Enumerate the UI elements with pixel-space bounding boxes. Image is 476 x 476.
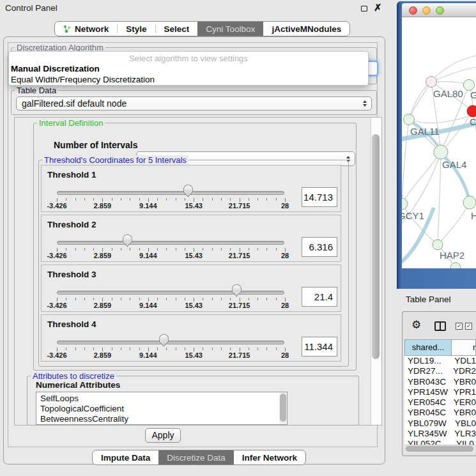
table-row[interactable]: YDL19...YDL1: [404, 356, 476, 366]
mac-minimize-icon[interactable]: [422, 6, 431, 15]
network-node-hap2[interactable]: [433, 240, 443, 250]
threshold-value-input[interactable]: 14.713: [302, 187, 337, 207]
network-node-ga[interactable]: [464, 80, 475, 91]
control-panel-tabs: NetworkStyleSelectCyni ToolboxjActiveMNo…: [54, 21, 350, 36]
table-row[interactable]: YBL079WYBL0: [404, 418, 476, 429]
tab-impute-data[interactable]: Impute Data: [93, 450, 158, 464]
table-row[interactable]: YDR27...YDR2: [404, 366, 476, 376]
threshold-label: Threshold 4: [47, 319, 96, 329]
node-label: H: [471, 210, 476, 221]
column-header-na[interactable]: na: [452, 339, 476, 356]
threshold-label: Threshold 1: [47, 170, 96, 180]
checkbox-icon[interactable]: ✓: [465, 323, 472, 330]
slider-scale-label: 15.43: [185, 351, 203, 359]
number-of-intervals-label: Number of Intervals: [54, 140, 137, 150]
slider-track[interactable]: [57, 341, 284, 344]
slider-scale-label: -3.426: [47, 252, 66, 259]
slider-thumb[interactable]: [159, 334, 169, 346]
tab-network[interactable]: Network: [55, 22, 117, 36]
algorithm-option-equal-width[interactable]: Equal Width/Frequency Discretization: [9, 74, 368, 85]
slider-scale-label: 2.859: [94, 351, 112, 359]
slider-thumb[interactable]: [232, 284, 242, 296]
mac-zoom-icon[interactable]: [436, 6, 444, 15]
tab-label: Style: [126, 24, 146, 34]
slider-scale-label: 9.144: [139, 302, 157, 309]
thresholds-label: Threshold's Coordinates for 5 Intervals: [42, 155, 188, 165]
table-row[interactable]: YPR145WYPR1: [404, 387, 476, 397]
network-window-titlebar[interactable]: [402, 3, 476, 17]
numerical-attributes-heading: Numerical Attributes: [36, 380, 120, 390]
slider-scale-label: 15.43: [185, 252, 203, 259]
slider-scale-label: 9.144: [139, 252, 157, 259]
slider-tick-labels: -3.4262.8599.14415.4321.71528: [57, 302, 285, 310]
mac-close-icon[interactable]: [409, 6, 417, 15]
attribute-item-selfloops[interactable]: SelfLoops: [40, 394, 278, 404]
column-header-shared[interactable]: shared...: [404, 339, 452, 356]
slider-thumb[interactable]: [183, 185, 193, 196]
cyni-mode-tabs: Impute DataDiscretize DataInfer Network: [92, 450, 306, 465]
tab-discretize-data[interactable]: Discretize Data: [158, 450, 234, 464]
network-icon: [63, 25, 72, 33]
threshold-value-input[interactable]: 21.4: [302, 287, 337, 307]
cell-shared-name: YDR27...: [404, 366, 449, 376]
tab-style[interactable]: Style: [118, 22, 155, 36]
network-node-gal11[interactable]: [404, 114, 415, 125]
slider-scale-label: 2.859: [94, 202, 112, 210]
numerical-attributes-list[interactable]: SelfLoopsTopologicalCoefficientBetweenne…: [36, 392, 288, 425]
list-scrollbar-thumb[interactable]: [280, 394, 286, 422]
tab-cyni-toolbox[interactable]: Cyni Toolbox: [197, 22, 263, 36]
slider-thumb[interactable]: [123, 234, 132, 246]
column-layout-icon[interactable]: [434, 321, 446, 331]
network-node-c[interactable]: [467, 105, 476, 117]
cell-shared-name: YBR045C: [404, 408, 449, 418]
slider-track[interactable]: [57, 191, 284, 195]
slider-scale-label: 21.715: [229, 252, 250, 259]
network-node[interactable]: [450, 263, 461, 268]
vertical-scrollbar-thumb[interactable]: [372, 134, 380, 359]
slider-track[interactable]: [57, 291, 284, 295]
threshold-value-input[interactable]: 11.344: [302, 337, 337, 357]
attributes-label: Attributes to discretize: [31, 371, 116, 381]
table-row[interactable]: YBR043CYBR0: [404, 377, 476, 387]
network-node-gcy1[interactable]: [402, 198, 408, 210]
slider-track[interactable]: [57, 241, 284, 245]
cell-shared-name: YER054C: [404, 397, 449, 408]
cell-shared-name: YPR145W: [404, 387, 449, 397]
network-edge: [402, 119, 409, 204]
table-row[interactable]: YBR045CYBR0: [404, 408, 476, 418]
cell-shared-name: YLR345W: [404, 429, 450, 439]
node-table-body: YDL19...YDL1YDR27...YDR2YBR043CYBR0YPR14…: [404, 356, 476, 450]
tab-jactivemnodules[interactable]: jActiveMNodules: [263, 22, 349, 36]
cell-name: YBL0: [450, 418, 476, 429]
slider-scale-label: 21.715: [229, 302, 250, 309]
float-window-icon[interactable]: [361, 6, 367, 12]
cell-name: YDL1: [450, 356, 476, 366]
tab-select[interactable]: Select: [156, 22, 198, 36]
slider-scale-label: 28: [281, 302, 289, 309]
gear-icon[interactable]: ⚙: [411, 318, 421, 332]
network-node-gal80[interactable]: [426, 77, 437, 88]
threshold-value-input[interactable]: 6.316: [302, 237, 337, 257]
attribute-item-topologicalcoefficient[interactable]: TopologicalCoefficient: [40, 404, 278, 414]
horizontal-scrollbar-thumb[interactable]: [406, 446, 473, 452]
app-window: Control Panel ✗ NetworkStyleSelectCyni T…: [0, 0, 476, 476]
tab-label: Network: [75, 24, 109, 34]
close-icon[interactable]: ✗: [374, 2, 382, 13]
threshold-label: Threshold 3: [47, 270, 96, 279]
tab-infer-network[interactable]: Infer Network: [234, 450, 305, 464]
node-label: GCY1: [402, 210, 424, 221]
network-edge: [438, 203, 470, 245]
node-label: GAL80: [433, 88, 463, 99]
network-node-h[interactable]: [463, 196, 476, 209]
table-row[interactable]: YER054CYER0: [404, 397, 476, 408]
network-canvas[interactable]: GAL80GACGAL11GAL4GCY1HHAP2: [402, 17, 476, 268]
table-data-combobox[interactable]: galFiltered.sif default node: [16, 96, 372, 111]
table-row[interactable]: YLR345WYLR3: [404, 429, 476, 439]
attribute-item-betweennesscentrality[interactable]: BetweennessCentrality: [40, 414, 278, 424]
network-edge: [402, 268, 456, 268]
checkbox-icon[interactable]: ✓: [456, 323, 463, 330]
network-node-gal4[interactable]: [434, 145, 448, 159]
threshold-sliders: Threshold 1 -3.4262.8599.14415.4321.7152…: [41, 165, 341, 364]
algorithm-option-manual[interactable]: Manual Discretization: [9, 63, 368, 74]
apply-button[interactable]: Apply: [145, 428, 181, 443]
